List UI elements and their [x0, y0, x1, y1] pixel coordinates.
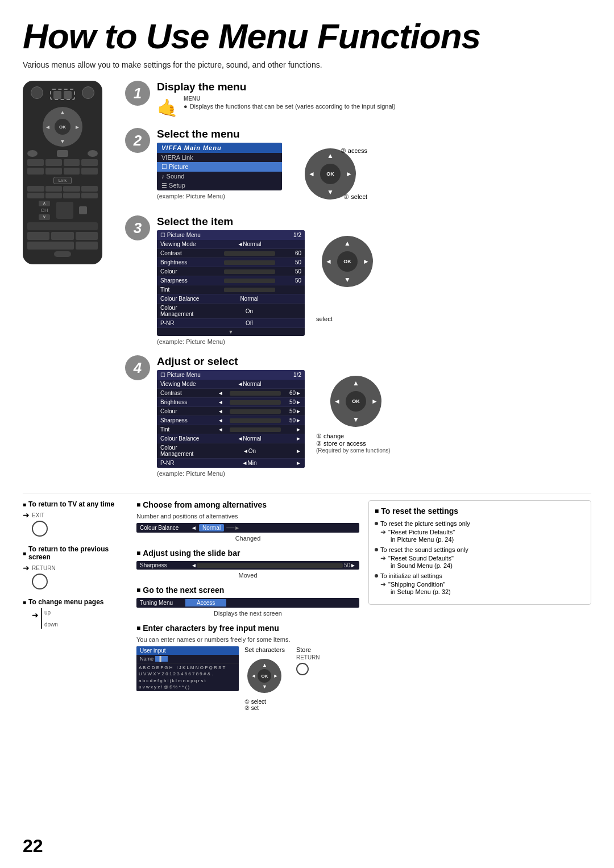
reset-desc-3: To initialize all settings — [380, 572, 451, 579]
step-3-nav-area: ▲ ▼ ◄ ► OK select — [316, 230, 379, 322]
step-1-circle: 1 — [125, 81, 150, 106]
slide-bar-bg — [197, 563, 343, 568]
remote-dashed-area — [50, 89, 75, 100]
bottom-section: ■ To return to TV at any time ➜ EXIT ■ T… — [23, 493, 591, 718]
return-prev-row: ➜ RETURN — [23, 563, 125, 572]
steps-column: 1 Display the menu 🤙 MENU ● Displays the… — [125, 81, 591, 487]
user-input-box: User input Name ▌ A B C D E F G H I J K … — [136, 646, 239, 691]
reset-sub-1: ➜ "Reset Picture Defaults" — [380, 528, 470, 536]
slide-row: Sharpness ◄ 50 ► — [136, 561, 359, 570]
bottom-grid: ■ To return to TV at any time ➜ EXIT ■ T… — [23, 500, 591, 718]
reset-link-1: "Reset Picture Defaults" — [388, 529, 455, 535]
pm-row-colour: Colour 50 — [157, 267, 305, 276]
return-prev-title: To return to the previous screen — [28, 545, 125, 561]
choose-title: Choose from among alternatives — [136, 500, 359, 509]
reset-dot-3 — [375, 574, 378, 578]
remote-side-center — [57, 150, 68, 157]
tuning-row: Tuning Menu Access — [136, 598, 359, 608]
step-1-title: Display the menu — [157, 81, 591, 93]
reset-where-1: in Picture Menu (p. 24) — [391, 536, 470, 543]
pm-row-sharpness: Sharpness 50 — [157, 276, 305, 285]
select-label-3: select — [316, 315, 379, 322]
page-subtitle: Various menus allow you to make settings… — [23, 60, 591, 69]
step-1-row: 1 Display the menu 🤙 MENU ● Displays the… — [125, 81, 591, 118]
char-ok-btn: OK — [258, 669, 271, 683]
char-title: Enter characters by free input menu — [136, 624, 359, 633]
pm-header-4: ☐ Picture Menu 1/2 — [157, 370, 305, 380]
remote-wide-btn — [27, 222, 98, 230]
remote-center-block — [56, 202, 73, 219]
pm4-row-tint: Tint ◄ ► — [157, 425, 305, 434]
step-4-title: Adjust or select — [157, 355, 591, 368]
reset-arrow-3: ➜ — [380, 580, 386, 588]
reset-item-1: To reset the picture settings only ➜ "Re… — [375, 520, 585, 543]
remote-nav-pad: ▲ ▼ ◄ ► OK — [43, 107, 82, 147]
tuning-box: Tuning Menu Access — [136, 598, 359, 608]
set-chars-label: Set characters — [244, 646, 285, 653]
return-button[interactable] — [32, 574, 48, 589]
reset-desc-2: To reset the sound settings only — [380, 546, 468, 553]
step-1-content: Display the menu 🤙 MENU ● Displays the f… — [157, 81, 591, 118]
remote-top-btn-2 — [82, 86, 94, 99]
step-2-nav-diagram: ▲ ▼ ◄ ► OK — [305, 148, 356, 200]
return-label: RETURN — [32, 565, 56, 571]
pm4-row-pnr: P-NR ◄Min ► — [157, 459, 305, 468]
tuning-access: Access — [185, 599, 226, 607]
remote-ok-btn[interactable]: OK — [55, 119, 70, 135]
ui-header: User input — [136, 646, 239, 655]
step-3-title: Select the item — [157, 215, 591, 228]
reset-link-2: "Reset Sound Defaults" — [388, 555, 454, 562]
return-text: RETURN — [296, 654, 320, 661]
step-3-content: Select the item ☐ Picture Menu 1/2 Viewi… — [157, 215, 591, 345]
reset-desc-1: To reset the picture settings only — [380, 520, 470, 527]
pm4-row-brightness: Brightness ◄ 50► — [157, 398, 305, 407]
return-arrow-icon: ➜ — [23, 563, 30, 572]
remote-link-btn[interactable]: Link — [53, 177, 72, 184]
choose-bar-value: Normal — [199, 524, 224, 531]
store-label: ② store or access — [316, 440, 396, 447]
char-nav-circle: ▲ ▼ ◄ ► OK — [247, 659, 281, 693]
pm-row-tint: Tint — [157, 285, 305, 294]
exit-button[interactable] — [32, 521, 48, 537]
pm-row-viewing: Viewing Mode ◄Normal — [157, 240, 305, 249]
pm-row-pnr: P-NR Off — [157, 319, 305, 328]
slide-box: Sharpness ◄ 50 ► — [136, 561, 359, 570]
hand-icon: 🤙 — [157, 98, 178, 118]
reset-sub-2: ➜ "Reset Sound Defaults" — [380, 554, 468, 562]
change-pages-title: To change menu pages — [28, 598, 103, 606]
slide-title: Adjust using the slide bar — [136, 549, 359, 558]
reset-arrow-1: ➜ — [380, 528, 386, 536]
step-2-content: Select the menu VIFFA Main Menu VIERA Li… — [157, 128, 591, 205]
next-screen-desc: Displays the next screen — [136, 610, 359, 617]
reset-sub-3: ➜ "Shipping Condition" — [380, 580, 451, 588]
step-4-example: (example: Picture Menu) — [157, 470, 305, 477]
pm4-row-colmgmt: Colour Management ◄On ► — [157, 443, 305, 459]
ui-chars: A B C D E F G H I J K L M N O P Q R S T … — [136, 663, 239, 691]
menu-item-picture: ☐ Picture — [157, 162, 282, 172]
return-tv-title: To return to TV at any time — [28, 500, 114, 508]
choose-row: Colour Balance ◄ Normal ──► — [136, 523, 359, 533]
up-label: up — [44, 609, 58, 616]
pm4-row-sharpness: Sharpness ◄ 50► — [157, 416, 305, 425]
return-tv-row: ➜ EXIT — [23, 510, 125, 520]
moved-label: Moved — [136, 572, 359, 579]
reset-item-3: To initialize all settings ➜ "Shipping C… — [375, 572, 585, 595]
slide-bar-block: Adjust using the slide bar Sharpness ◄ — [136, 549, 359, 579]
store-text: Store — [296, 646, 320, 653]
right-main-col: Choose from among alternatives Number an… — [136, 500, 591, 718]
return-circle[interactable] — [296, 663, 309, 675]
pm-row-contrast: Contrast 60 — [157, 249, 305, 258]
menu-label: MENU — [184, 95, 396, 102]
char-nav-diagram: ▲ ▼ ◄ ► OK — [244, 659, 285, 693]
select-label-2: ① select — [343, 193, 367, 201]
choose-bar-label: Colour Balance — [140, 525, 191, 531]
ui-name-val: ▌ — [155, 656, 168, 662]
reset-arrow-2: ➜ — [380, 554, 386, 562]
main-menu-box: VIFFA Main Menu VIERA Link ☐ Picture ♪ S… — [157, 143, 282, 190]
pm4-row-viewing: Viewing Mode ◄Normal — [157, 380, 305, 389]
step-3-example: (example: Picture Menu) — [157, 338, 305, 345]
exit-label: EXIT — [32, 512, 44, 518]
next-screen-block: Go to the next screen Tuning Menu Access… — [136, 585, 359, 617]
slide-bar-wrap — [197, 563, 343, 568]
remote-side-btn-left — [27, 150, 38, 157]
